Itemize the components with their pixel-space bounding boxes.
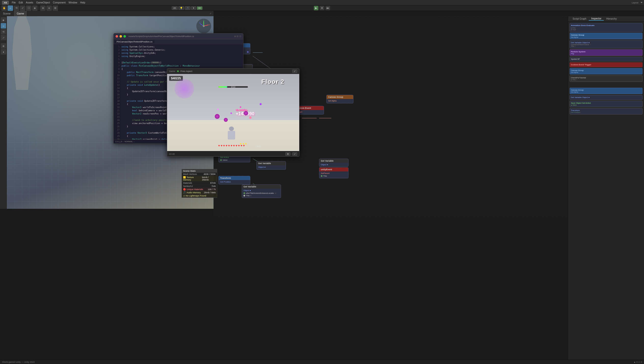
layout-label: Layout — [632, 2, 638, 4]
tool-extra3[interactable]: ⊞ — [52, 6, 58, 11]
node-gvr-header: Get Variable — [319, 159, 348, 163]
view-light[interactable]: 💡 — [178, 7, 184, 10]
heart-5: ♥ — [228, 144, 230, 147]
tool-hand[interactable]: ✋ — [2, 6, 7, 11]
menu-assets[interactable]: Assets — [26, 1, 33, 4]
step-button[interactable]: ⏭ — [326, 6, 330, 10]
inspector-header: Script Graph Inspector Hierarchy — [568, 16, 644, 22]
stats-sprites: Sprites/UI 7mb — [182, 185, 217, 188]
tab-game[interactable]: Game — [14, 11, 27, 16]
menu-edit[interactable]: Edit — [19, 1, 23, 4]
enemy-1 — [215, 114, 220, 119]
top-right-controls: Layout — [568, 0, 644, 6]
stats-unique-materials: 🔴Unique Materials 100 / 75 — [182, 188, 217, 191]
node-get-variable2[interactable]: Get Variable Object ● — [256, 161, 286, 170]
view-fx[interactable]: ✦ — [191, 7, 196, 10]
heart-1: ♥ — [218, 144, 220, 147]
heart-9: ♥ — [238, 144, 240, 147]
stats-audio: 🎵Audio Memory 28mb / Web — [182, 191, 217, 194]
tab-scene[interactable]: Scene — [0, 11, 14, 16]
svg-text:X: X — [209, 24, 210, 26]
stats-lightmap-label: ⚠ No Lightmaps Found — [183, 195, 206, 197]
scene-gizmo[interactable]: X Z Y — [196, 19, 211, 34]
tool-rotate[interactable]: ⟲ — [14, 6, 19, 11]
node-gvr-body: Object ● — [319, 163, 348, 167]
view-3d[interactable]: 3D — [197, 7, 203, 10]
menu-file[interactable]: File — [12, 1, 16, 4]
tl-green[interactable] — [124, 35, 126, 38]
menu-component[interactable]: Component — [53, 1, 66, 4]
inspector-panel: Script Graph Inspector Hierarchy Animati… — [568, 16, 644, 359]
left-tool-4[interactable]: ⤢ — [1, 35, 6, 40]
heart-3: ♥ — [223, 144, 225, 147]
node-get-variable3[interactable]: Get Variable Object ● afterTitleScreenEn… — [242, 184, 281, 198]
stats-audio-label: 🎵Audio Memory — [183, 191, 201, 194]
node-canvas-setAlpha-right[interactable]: Canvas Group Set Alpha — [326, 95, 354, 103]
pickup-diamonds: ◆ ◆ ◆ — [240, 142, 247, 145]
node-canvas-right-header: Canvas Group — [327, 95, 353, 99]
stats-sprites-label: Sprites/UI — [183, 185, 193, 187]
code-editor-tabs: PinCanvasObjectToWorldPosition.cs — [114, 39, 243, 44]
toolbar-row: ✋ ↔ ⟲ ⤢ ☐ ◈ ⊕ ♦ ⊞ ▶ ⏸ ⏭ 2D 💡 🎵 ✦ 3D — [0, 6, 644, 11]
game-view-content: $40225 Floor 2 sk combo +143,990 — [167, 74, 299, 151]
tool-rect[interactable]: ☐ — [26, 6, 32, 11]
line-numbers: 1234567891011121314151617181920212223242… — [114, 44, 120, 140]
tool-extra2[interactable]: ♦ — [46, 6, 52, 11]
tool-move[interactable]: ↔ — [8, 6, 13, 11]
particle-3 — [240, 106, 241, 108]
menu-gameobject[interactable]: GameObject — [36, 1, 50, 4]
status-text-left: Sherb-game2-unity — Unity 2022 — [2, 361, 35, 363]
inspector-node-3: Get Variable Object ● SpatialSelf/MainPa… — [570, 40, 642, 48]
inspector-tab-hierarchy[interactable]: Hierarchy — [604, 17, 619, 20]
stats-materials-label: Materials — [183, 182, 192, 184]
inspector-tab-inspector[interactable]: Inspector — [589, 17, 604, 21]
game-view-titlebar: Game Free Aspect ⤢ — [167, 69, 299, 74]
code-line-4: using UnityEngine; — [122, 55, 242, 58]
heart-8: ♥ — [236, 144, 237, 147]
statue-mesh — [12, 16, 32, 90]
hp-fill — [218, 86, 227, 88]
code-editor-controls: ⊕ ⊟ ⊡ — [234, 35, 241, 38]
stats-audio-value: 28mb / Web — [204, 191, 216, 194]
left-tool-2[interactable]: ↔ — [1, 23, 6, 29]
stats-mesh-vertices: Mesh Vertices 463K / 500K — [182, 173, 217, 176]
game-maximize[interactable]: ⤢ — [292, 70, 297, 73]
tl-yellow[interactable] — [120, 35, 122, 38]
svg-text:Y: Y — [203, 20, 204, 21]
inspector-node-1: Animation Done Evaluate ● This ● True — [570, 23, 642, 32]
tool-scale[interactable]: ⤢ — [20, 6, 25, 11]
layout-dropdown-arrow — [640, 2, 642, 3]
inspector-tutorial: CheckForTutorial ● This ○ — [570, 75, 642, 82]
left-tool-3[interactable]: ⟲ — [1, 29, 6, 34]
particle-5 — [260, 103, 262, 105]
game-settings[interactable]: ⚙ — [286, 152, 290, 156]
node-unity-event-right[interactable]: unityEvent SetParent This — [319, 167, 348, 178]
game-view-window: Game Free Aspect ⤢ $40225 Floor 2 sk com… — [167, 68, 300, 157]
left-tool-5[interactable]: ⊕ — [1, 43, 6, 49]
menu-help[interactable]: Help — [80, 1, 86, 4]
left-tool-6[interactable]: ♦ — [1, 49, 6, 55]
inspector-node-4: Particle System Play — [570, 49, 642, 56]
unity-logo: AS — [2, 1, 9, 5]
game-fullscreen[interactable]: ⤢ — [292, 152, 297, 156]
node-get-variable-right[interactable]: Get Variable Object ● — [319, 159, 348, 167]
inspector-tab-script-graph[interactable]: Script Graph — [570, 17, 589, 20]
node-transform[interactable]: Transform Get Position — [218, 176, 250, 184]
menu-window[interactable]: Window — [68, 1, 77, 4]
play-button[interactable]: ▶ — [314, 6, 318, 10]
stats-texture-value: 94mb / 256mb — [202, 176, 216, 181]
node-transform-body: Get Position — [219, 180, 250, 184]
game-character — [226, 127, 236, 141]
game-view-bottombar: 43 48 ⚙ ⤢ — [167, 151, 299, 156]
code-tab-main[interactable]: PinCanvasObjectToWorldPosition.cs — [114, 40, 154, 43]
left-tool-1[interactable]: ◈ — [1, 17, 6, 23]
pause-button[interactable]: ⏸ — [320, 6, 324, 10]
view-2d[interactable]: 2D — [172, 7, 178, 10]
tool-transform[interactable]: ◈ — [32, 6, 38, 11]
tl-red[interactable] — [116, 35, 118, 38]
port-uer-this: This — [321, 175, 347, 177]
tool-extra1[interactable]: ⊕ — [40, 6, 46, 11]
maximize-icon[interactable]: ⤢ — [208, 12, 214, 15]
heart-7: ♥ — [233, 144, 235, 147]
view-audio[interactable]: 🎵 — [185, 7, 190, 10]
